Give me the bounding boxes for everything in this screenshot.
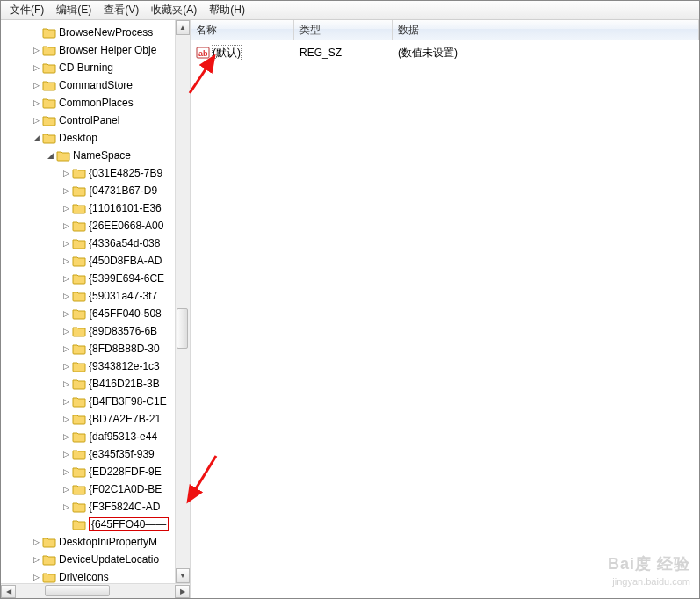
tree-node[interactable]: ▷{9343812e-1c3 bbox=[1, 357, 175, 375]
tree-toggle-icon[interactable]: ▷ bbox=[31, 62, 41, 73]
tree-node[interactable]: ▷{8FD8B88D-30 bbox=[1, 340, 175, 357]
menu-edit[interactable]: 编辑(E) bbox=[51, 1, 97, 19]
tree-label: DeviceUpdateLocatio bbox=[59, 553, 159, 566]
tree-toggle-icon[interactable]: ▷ bbox=[31, 537, 41, 547]
tree-toggle-icon[interactable]: ▷ bbox=[61, 431, 71, 442]
tree-node[interactable]: ▷ DriveIcons bbox=[1, 568, 175, 583]
tree-node[interactable]: ▷{5399E694-6CE bbox=[1, 270, 175, 287]
tree-toggle-icon[interactable]: ▷ bbox=[61, 203, 71, 213]
tree-hscrollbar[interactable]: ◀ ▶ bbox=[1, 583, 190, 598]
tree-toggle-icon[interactable]: ▷ bbox=[31, 554, 41, 565]
tree-node[interactable]: ▶ BrowseNewProcess bbox=[1, 24, 175, 41]
tree-node[interactable]: ▷{ED228FDF-9E bbox=[1, 463, 175, 480]
scroll-track[interactable] bbox=[17, 585, 174, 598]
menu-file[interactable]: 文件(F) bbox=[4, 1, 49, 19]
scroll-down-icon[interactable]: ▼ bbox=[176, 568, 190, 583]
tree-node[interactable]: ▷{4336a54d-038 bbox=[1, 235, 175, 252]
tree-toggle-icon[interactable]: ▷ bbox=[61, 168, 71, 178]
tree-label: {B416D21B-3B bbox=[89, 378, 160, 390]
tree-node-namespace[interactable]: ◢ NameSpace bbox=[1, 147, 175, 164]
tree-toggle-icon[interactable]: ▷ bbox=[61, 361, 71, 372]
tree-node[interactable]: ▷{04731B67-D9 bbox=[1, 182, 175, 199]
tree-node[interactable]: ▷{F3F5824C-AD bbox=[1, 498, 175, 516]
tree-toggle-icon[interactable]: ▷ bbox=[31, 45, 41, 55]
tree-toggle-icon[interactable]: ▷ bbox=[61, 220, 71, 231]
tree-label: {ED228FDF-9E bbox=[89, 465, 162, 478]
tree-node[interactable]: ▷{89D83576-6B bbox=[1, 322, 175, 340]
tree-toggle-icon[interactable]: ▷ bbox=[31, 80, 41, 90]
tree-toggle-icon[interactable]: ▷ bbox=[31, 572, 41, 582]
value-type: REG_SZ bbox=[294, 47, 393, 59]
menu-favorites[interactable]: 收藏夹(A) bbox=[146, 1, 202, 19]
scroll-right-icon[interactable]: ▶ bbox=[175, 585, 190, 598]
tree-node[interactable]: ▷ CommonPlaces bbox=[1, 94, 175, 112]
tree-node-selected[interactable]: {645FFO40—— bbox=[1, 516, 175, 533]
tree-node[interactable]: ▷ ControlPanel bbox=[1, 112, 175, 129]
tree-label: CD Burning bbox=[59, 61, 113, 74]
tree-toggle-icon[interactable]: ▷ bbox=[61, 273, 71, 284]
tree-label: BrowseNewProcess bbox=[59, 26, 153, 39]
tree-node[interactable]: ▷{B416D21B-3B bbox=[1, 375, 175, 393]
tree-toggle-icon[interactable]: ▷ bbox=[61, 256, 71, 266]
tree-toggle-icon[interactable]: ▷ bbox=[31, 115, 41, 126]
tree-toggle-icon[interactable]: ▷ bbox=[61, 466, 71, 477]
folder-icon bbox=[42, 571, 56, 583]
tree-scroll[interactable]: ▶ BrowseNewProcess ▷ Browser Helper Obje… bbox=[1, 20, 175, 583]
tree-node[interactable]: ▷{B4FB3F98-C1E bbox=[1, 393, 175, 410]
tree-node[interactable]: ▷{11016101-E36 bbox=[1, 199, 175, 217]
tree-toggle-icon[interactable]: ▷ bbox=[61, 396, 71, 407]
tree-node[interactable]: ▷ CommandStore bbox=[1, 76, 175, 94]
tree-node[interactable]: ▷ DeviceUpdateLocatio bbox=[1, 551, 175, 568]
folder-icon bbox=[42, 61, 56, 74]
column-type[interactable]: 类型 bbox=[294, 20, 393, 40]
tree-node[interactable]: ▷ DesktopIniPropertyM bbox=[1, 533, 175, 551]
folder-icon bbox=[72, 220, 86, 232]
tree-toggle-icon[interactable]: ▷ bbox=[31, 97, 41, 108]
tree-node[interactable]: ▷{645FF040-508 bbox=[1, 305, 175, 322]
column-data[interactable]: 数据 bbox=[393, 20, 699, 40]
folder-icon bbox=[72, 202, 86, 214]
tree-label: {645FFO40—— bbox=[89, 517, 169, 531]
tree-node[interactable]: ▷{450D8FBA-AD bbox=[1, 252, 175, 270]
scroll-thumb[interactable] bbox=[177, 308, 188, 349]
tree-toggle-icon[interactable]: ▷ bbox=[61, 414, 71, 424]
tree-label: {F3F5824C-AD bbox=[89, 501, 160, 513]
tree-node-desktop[interactable]: ◢ Desktop bbox=[1, 129, 175, 147]
list-body[interactable]: ab (默认) REG_SZ (数值未设置) bbox=[191, 40, 699, 598]
scroll-thumb[interactable] bbox=[45, 585, 110, 596]
tree-toggle-icon[interactable]: ▷ bbox=[61, 449, 71, 459]
tree-toggle-icon[interactable]: ▷ bbox=[61, 484, 71, 494]
menu-help[interactable]: 帮助(H) bbox=[204, 1, 250, 19]
tree-node[interactable]: ▷{BD7A2E7B-21 bbox=[1, 410, 175, 428]
tree-label: {031E4825-7B9 bbox=[89, 167, 162, 179]
tree-node[interactable]: ▷{F02C1A0D-BE bbox=[1, 480, 175, 498]
tree-node[interactable]: ▷{26EE0668-A00 bbox=[1, 217, 175, 235]
tree-node[interactable]: ▷ CD Burning bbox=[1, 59, 175, 76]
menu-view[interactable]: 查看(V) bbox=[98, 1, 144, 19]
tree-label: {59031a47-3f7 bbox=[89, 290, 157, 302]
tree-node[interactable]: ▷ Browser Helper Obje bbox=[1, 41, 175, 59]
tree-node[interactable]: ▷{e345f35f-939 bbox=[1, 445, 175, 463]
tree-toggle-icon[interactable]: ▷ bbox=[61, 291, 71, 301]
tree-toggle-icon[interactable]: ▷ bbox=[61, 308, 71, 319]
tree-node[interactable]: ▷{59031a47-3f7 bbox=[1, 287, 175, 305]
tree-toggle-icon[interactable]: ▷ bbox=[61, 326, 71, 336]
tree-label: {89D83576-6B bbox=[89, 325, 157, 337]
tree-toggle-icon[interactable]: ▷ bbox=[61, 502, 71, 512]
scroll-up-icon[interactable]: ▲ bbox=[176, 20, 190, 35]
tree-collapse-icon[interactable]: ◢ bbox=[45, 150, 55, 161]
value-row-default[interactable]: ab (默认) REG_SZ (数值未设置) bbox=[191, 44, 699, 61]
tree-toggle-icon[interactable]: ▷ bbox=[61, 185, 71, 196]
tree-label: {450D8FBA-AD bbox=[89, 255, 162, 267]
tree-toggle-icon[interactable]: ▷ bbox=[61, 343, 71, 354]
tree-toggle-icon[interactable]: ▷ bbox=[61, 238, 71, 249]
tree-collapse-icon[interactable]: ◢ bbox=[31, 133, 41, 143]
tree-node[interactable]: ▷{daf95313-e44 bbox=[1, 428, 175, 445]
tree-vscrollbar[interactable]: ▲ ▼ bbox=[175, 20, 190, 583]
column-name[interactable]: 名称 bbox=[191, 20, 294, 40]
value-data: (数值未设置) bbox=[393, 46, 699, 61]
scroll-track[interactable] bbox=[176, 36, 190, 567]
scroll-left-icon[interactable]: ◀ bbox=[1, 585, 16, 598]
tree-toggle-icon[interactable]: ▷ bbox=[61, 379, 71, 389]
tree-node[interactable]: ▷{031E4825-7B9 bbox=[1, 164, 175, 182]
